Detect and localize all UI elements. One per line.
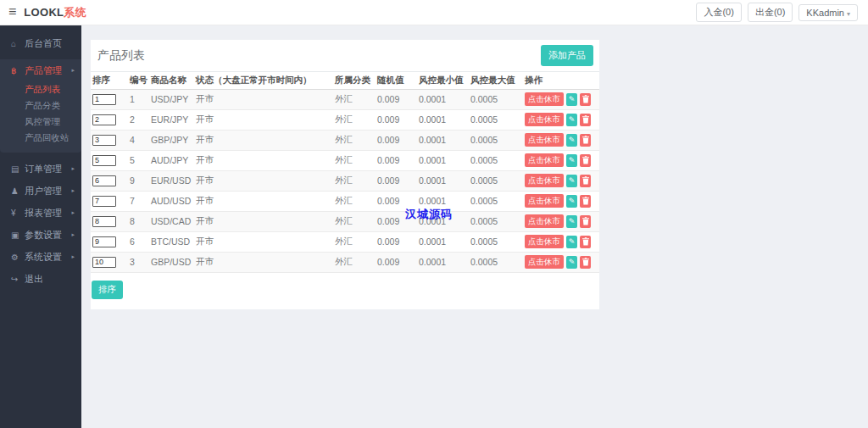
edit-icon: ✎ bbox=[569, 95, 576, 103]
delete-button[interactable] bbox=[580, 175, 591, 187]
edit-button[interactable]: ✎ bbox=[566, 215, 577, 228]
sort-input[interactable] bbox=[92, 135, 116, 146]
edit-button[interactable]: ✎ bbox=[566, 175, 577, 187]
market-status-cell: 开市 bbox=[194, 191, 333, 211]
chevron-right-icon: ▸ bbox=[71, 67, 75, 74]
edit-button[interactable]: ✎ bbox=[566, 236, 577, 248]
category-cell: 外汇 bbox=[333, 109, 376, 130]
market-status-cell: 开市 bbox=[194, 130, 333, 150]
market-status-cell: 开市 bbox=[194, 252, 333, 272]
chevron-right-icon: ▸ bbox=[71, 187, 75, 194]
edit-button[interactable]: ✎ bbox=[566, 195, 577, 208]
delete-button[interactable] bbox=[580, 93, 591, 106]
sidebar-item-risk-management[interactable]: 风控管理 bbox=[0, 114, 81, 130]
edit-button[interactable]: ✎ bbox=[566, 134, 577, 147]
category-cell: 外汇 bbox=[333, 170, 376, 191]
sidebar-item-product-list[interactable]: 产品列表 bbox=[0, 81, 81, 97]
edit-button[interactable]: ✎ bbox=[566, 114, 577, 126]
row-number-cell: 5 bbox=[128, 150, 149, 170]
sidebar-item-product-recycle[interactable]: 产品回收站 bbox=[0, 130, 81, 146]
delete-button[interactable] bbox=[580, 236, 591, 248]
sidebar-item-orders[interactable]: ▤ 订单管理 ▸ bbox=[0, 158, 81, 180]
sort-submit-button[interactable]: 排序 bbox=[92, 281, 123, 299]
col-header-actions: 操作 bbox=[523, 72, 599, 89]
withdraw-button[interactable]: 出金(0) bbox=[748, 3, 793, 22]
product-table: 排序 编号 商品名称 状态（大盘正常开市时间内） 所属分类 随机值 风控最小值 … bbox=[91, 72, 599, 273]
risk-min-cell: 0.0001 bbox=[417, 170, 469, 191]
sort-input[interactable] bbox=[92, 94, 116, 105]
suspend-market-button[interactable]: 点击休市 bbox=[525, 255, 564, 269]
suspend-market-button[interactable]: 点击休市 bbox=[525, 214, 564, 228]
risk-min-cell: 0.0001 bbox=[417, 89, 469, 109]
add-product-button[interactable]: 添加产品 bbox=[541, 45, 593, 66]
suspend-market-button[interactable]: 点击休市 bbox=[525, 92, 564, 106]
random-value-cell: 0.009 bbox=[376, 252, 417, 272]
chevron-right-icon: ▸ bbox=[71, 253, 75, 260]
sidebar-item-users[interactable]: ♟ 用户管理 ▸ bbox=[0, 180, 81, 202]
sort-input[interactable] bbox=[92, 196, 116, 207]
delete-button[interactable] bbox=[580, 195, 591, 208]
risk-max-cell: 0.0005 bbox=[469, 211, 523, 231]
suspend-market-button[interactable]: 点击休市 bbox=[525, 174, 564, 187]
sidebar: ⌂ 后台首页 ฿ 产品管理 ▸ 产品列表 产品分类 风控管理 产品回收站 ▤ 订… bbox=[0, 25, 81, 428]
edit-button[interactable]: ✎ bbox=[566, 93, 577, 106]
market-status-cell: 开市 bbox=[194, 231, 333, 252]
category-cell: 外汇 bbox=[333, 89, 376, 109]
row-number-cell: 3 bbox=[128, 252, 149, 272]
deposit-button[interactable]: 入金(0) bbox=[696, 3, 741, 22]
menu-toggle-icon[interactable]: ≡ bbox=[0, 4, 24, 21]
edit-button[interactable]: ✎ bbox=[566, 256, 577, 269]
delete-button[interactable] bbox=[580, 256, 591, 269]
random-value-cell: 0.009 bbox=[376, 150, 417, 170]
delete-button[interactable] bbox=[580, 215, 591, 228]
delete-button[interactable] bbox=[580, 154, 591, 167]
sidebar-item-reports[interactable]: ¥ 报表管理 ▸ bbox=[0, 202, 81, 224]
sort-input[interactable] bbox=[92, 114, 116, 125]
sort-input[interactable] bbox=[92, 257, 116, 268]
delete-button[interactable] bbox=[580, 114, 591, 126]
suspend-market-button[interactable]: 点击休市 bbox=[525, 153, 564, 167]
col-header-status: 状态（大盘正常开市时间内） bbox=[194, 72, 333, 89]
product-name-cell: AUD/JPY bbox=[149, 150, 194, 170]
watermark-text: 汉城源码 bbox=[405, 207, 453, 222]
suspend-market-button[interactable]: 点击休市 bbox=[525, 235, 564, 248]
user-menu-button[interactable]: KKadmin▾ bbox=[798, 4, 858, 21]
product-name-cell: USD/CAD bbox=[149, 211, 194, 231]
sidebar-item-label: 产品管理 bbox=[25, 64, 62, 77]
sidebar-item-product-category[interactable]: 产品分类 bbox=[0, 97, 81, 114]
sidebar-item-label: 参数设置 bbox=[25, 229, 62, 242]
suspend-market-button[interactable]: 点击休市 bbox=[525, 194, 564, 208]
risk-min-cell: 0.0001 bbox=[417, 150, 469, 170]
sidebar-item-system[interactable]: ⚙ 系统设置 ▸ bbox=[0, 246, 81, 268]
gear-icon: ⚙ bbox=[11, 253, 25, 262]
risk-max-cell: 0.0005 bbox=[469, 150, 523, 170]
sort-input[interactable] bbox=[92, 216, 116, 227]
logout-icon: ↪ bbox=[11, 275, 25, 284]
risk-min-cell: 0.0001 bbox=[417, 130, 469, 150]
sort-input[interactable] bbox=[92, 236, 116, 247]
sidebar-item-label: 报表管理 bbox=[25, 207, 62, 220]
edit-icon: ✎ bbox=[569, 156, 576, 164]
suspend-market-button[interactable]: 点击休市 bbox=[525, 133, 564, 147]
sort-input[interactable] bbox=[92, 155, 116, 166]
edit-icon: ✎ bbox=[569, 217, 576, 225]
row-number-cell: 4 bbox=[128, 130, 149, 150]
category-cell: 外汇 bbox=[333, 150, 376, 170]
random-value-cell: 0.009 bbox=[376, 89, 417, 109]
market-status-cell: 开市 bbox=[194, 150, 333, 170]
risk-max-cell: 0.0005 bbox=[469, 191, 523, 211]
suspend-market-button[interactable]: 点击休市 bbox=[525, 113, 564, 126]
row-number-cell: 2 bbox=[128, 109, 149, 130]
sidebar-item-logout[interactable]: ↪ 退出 bbox=[0, 268, 81, 290]
sidebar-item-params[interactable]: ▣ 参数设置 ▸ bbox=[0, 224, 81, 246]
product-name-cell: USD/JPY bbox=[149, 89, 194, 109]
sort-input[interactable] bbox=[92, 175, 116, 186]
risk-max-cell: 0.0005 bbox=[469, 109, 523, 130]
sidebar-item-home[interactable]: ⌂ 后台首页 bbox=[0, 32, 81, 54]
sidebar-item-products[interactable]: ฿ 产品管理 ▸ bbox=[0, 59, 81, 81]
product-name-cell: AUD/USD bbox=[149, 191, 194, 211]
edit-button[interactable]: ✎ bbox=[566, 154, 577, 167]
table-header-row: 排序 编号 商品名称 状态（大盘正常开市时间内） 所属分类 随机值 风控最小值 … bbox=[91, 72, 599, 89]
delete-button[interactable] bbox=[580, 134, 591, 147]
risk-max-cell: 0.0005 bbox=[469, 130, 523, 150]
